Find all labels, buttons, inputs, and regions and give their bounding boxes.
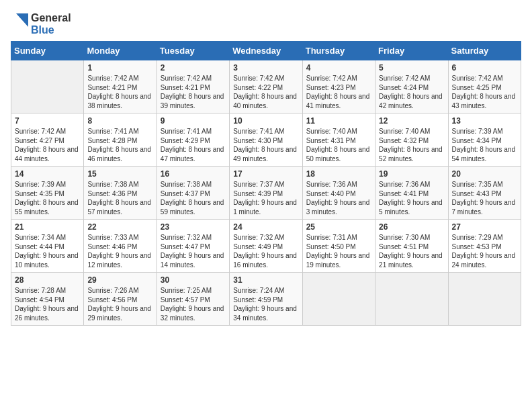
day-info: Sunrise: 7:42 AMSunset: 4:21 PMDaylight:… (161, 74, 226, 110)
svg-marker-0 (16, 13, 28, 27)
day-info: Sunrise: 7:41 AMSunset: 4:29 PMDaylight:… (161, 127, 226, 163)
day-info: Sunrise: 7:37 AMSunset: 4:39 PMDaylight:… (233, 180, 298, 216)
calendar-cell: 8Sunrise: 7:41 AMSunset: 4:28 PMDaylight… (84, 113, 157, 167)
week-row-2: 7Sunrise: 7:42 AMSunset: 4:27 PMDaylight… (11, 113, 521, 167)
logo-triangle-icon (16, 13, 28, 35)
day-number: 7 (15, 116, 80, 126)
calendar-cell: 21Sunrise: 7:34 AMSunset: 4:44 PMDayligh… (11, 220, 84, 273)
week-row-3: 14Sunrise: 7:39 AMSunset: 4:35 PMDayligh… (11, 167, 521, 220)
calendar-cell: 7Sunrise: 7:42 AMSunset: 4:27 PMDaylight… (11, 113, 84, 167)
day-info: Sunrise: 7:26 AMSunset: 4:56 PMDaylight:… (87, 286, 152, 322)
logo-blue-text: Blue (31, 24, 71, 36)
day-info: Sunrise: 7:33 AMSunset: 4:46 PMDaylight:… (87, 233, 152, 269)
day-number: 17 (233, 169, 298, 179)
calendar-cell: 3Sunrise: 7:42 AMSunset: 4:22 PMDaylight… (230, 60, 302, 113)
calendar-cell: 5Sunrise: 7:42 AMSunset: 4:24 PMDaylight… (375, 60, 448, 113)
calendar-cell (375, 273, 448, 326)
calendar-cell: 23Sunrise: 7:32 AMSunset: 4:47 PMDayligh… (157, 220, 229, 273)
day-info: Sunrise: 7:35 AMSunset: 4:43 PMDaylight:… (452, 180, 517, 216)
calendar-cell: 17Sunrise: 7:37 AMSunset: 4:39 PMDayligh… (230, 167, 302, 220)
day-number: 19 (379, 169, 444, 179)
calendar-cell: 26Sunrise: 7:30 AMSunset: 4:51 PMDayligh… (375, 220, 448, 273)
calendar-cell: 22Sunrise: 7:33 AMSunset: 4:46 PMDayligh… (84, 220, 157, 273)
day-info: Sunrise: 7:28 AMSunset: 4:54 PMDaylight:… (15, 286, 80, 322)
day-number: 4 (306, 63, 371, 73)
day-number: 18 (306, 169, 371, 179)
day-number: 8 (87, 116, 152, 126)
day-info: Sunrise: 7:31 AMSunset: 4:50 PMDaylight:… (306, 233, 371, 269)
week-row-5: 28Sunrise: 7:28 AMSunset: 4:54 PMDayligh… (11, 273, 521, 326)
day-info: Sunrise: 7:41 AMSunset: 4:28 PMDaylight:… (87, 127, 152, 163)
day-number: 14 (15, 169, 80, 179)
calendar-cell: 14Sunrise: 7:39 AMSunset: 4:35 PMDayligh… (11, 167, 84, 220)
calendar-cell: 11Sunrise: 7:40 AMSunset: 4:31 PMDayligh… (302, 113, 375, 167)
day-number: 21 (15, 222, 80, 232)
day-info: Sunrise: 7:32 AMSunset: 4:49 PMDaylight:… (233, 233, 298, 269)
day-info: Sunrise: 7:38 AMSunset: 4:37 PMDaylight:… (161, 180, 226, 216)
day-number: 20 (452, 169, 517, 179)
header: General Blue (0, 0, 532, 41)
day-info: Sunrise: 7:39 AMSunset: 4:34 PMDaylight:… (452, 127, 517, 163)
calendar-cell: 10Sunrise: 7:41 AMSunset: 4:30 PMDayligh… (230, 113, 302, 167)
calendar-cell: 9Sunrise: 7:41 AMSunset: 4:29 PMDaylight… (157, 113, 229, 167)
day-info: Sunrise: 7:42 AMSunset: 4:27 PMDaylight:… (15, 127, 80, 163)
day-number: 11 (306, 116, 371, 126)
day-info: Sunrise: 7:40 AMSunset: 4:32 PMDaylight:… (379, 127, 444, 163)
weekday-header-row: SundayMondayTuesdayWednesdayThursdayFrid… (11, 42, 521, 60)
day-info: Sunrise: 7:42 AMSunset: 4:22 PMDaylight:… (233, 74, 298, 110)
calendar-cell: 13Sunrise: 7:39 AMSunset: 4:34 PMDayligh… (448, 113, 521, 167)
weekday-header-monday: Monday (84, 42, 157, 60)
day-info: Sunrise: 7:42 AMSunset: 4:24 PMDaylight:… (379, 74, 444, 110)
calendar-cell: 30Sunrise: 7:25 AMSunset: 4:57 PMDayligh… (157, 273, 229, 326)
day-info: Sunrise: 7:40 AMSunset: 4:31 PMDaylight:… (306, 127, 371, 163)
calendar-cell: 6Sunrise: 7:42 AMSunset: 4:25 PMDaylight… (448, 60, 521, 113)
day-number: 25 (306, 222, 371, 232)
day-number: 31 (233, 275, 298, 285)
day-info: Sunrise: 7:30 AMSunset: 4:51 PMDaylight:… (379, 233, 444, 269)
calendar-cell: 24Sunrise: 7:32 AMSunset: 4:49 PMDayligh… (230, 220, 302, 273)
calendar-cell: 16Sunrise: 7:38 AMSunset: 4:37 PMDayligh… (157, 167, 229, 220)
day-number: 13 (452, 116, 517, 126)
calendar-cell (448, 273, 521, 326)
day-info: Sunrise: 7:29 AMSunset: 4:53 PMDaylight:… (452, 233, 517, 269)
day-number: 30 (161, 275, 226, 285)
weekday-header-thursday: Thursday (302, 42, 375, 60)
day-number: 24 (233, 222, 298, 232)
page: General Blue SundayMondayTuesdayWednesda… (0, 0, 532, 411)
day-number: 26 (379, 222, 444, 232)
week-row-1: 1Sunrise: 7:42 AMSunset: 4:21 PMDaylight… (11, 60, 521, 113)
day-info: Sunrise: 7:42 AMSunset: 4:25 PMDaylight:… (452, 74, 517, 110)
day-info: Sunrise: 7:38 AMSunset: 4:36 PMDaylight:… (87, 180, 152, 216)
calendar-cell: 15Sunrise: 7:38 AMSunset: 4:36 PMDayligh… (84, 167, 157, 220)
day-number: 29 (87, 275, 152, 285)
calendar-cell: 31Sunrise: 7:24 AMSunset: 4:59 PMDayligh… (230, 273, 302, 326)
calendar-cell: 12Sunrise: 7:40 AMSunset: 4:32 PMDayligh… (375, 113, 448, 167)
day-info: Sunrise: 7:24 AMSunset: 4:59 PMDaylight:… (233, 286, 298, 322)
day-info: Sunrise: 7:42 AMSunset: 4:23 PMDaylight:… (306, 74, 371, 110)
day-number: 2 (161, 63, 226, 73)
calendar-cell (11, 60, 84, 113)
day-number: 23 (161, 222, 226, 232)
day-info: Sunrise: 7:34 AMSunset: 4:44 PMDaylight:… (15, 233, 80, 269)
calendar-cell: 1Sunrise: 7:42 AMSunset: 4:21 PMDaylight… (84, 60, 157, 113)
day-info: Sunrise: 7:42 AMSunset: 4:21 PMDaylight:… (87, 74, 152, 110)
calendar-cell: 25Sunrise: 7:31 AMSunset: 4:50 PMDayligh… (302, 220, 375, 273)
calendar-cell: 18Sunrise: 7:36 AMSunset: 4:40 PMDayligh… (302, 167, 375, 220)
day-info: Sunrise: 7:39 AMSunset: 4:35 PMDaylight:… (15, 180, 80, 216)
logo-text: General Blue (31, 12, 71, 36)
day-number: 15 (87, 169, 152, 179)
weekday-header-wednesday: Wednesday (230, 42, 302, 60)
calendar-cell: 28Sunrise: 7:28 AMSunset: 4:54 PMDayligh… (11, 273, 84, 326)
day-number: 10 (233, 116, 298, 126)
calendar-cell: 2Sunrise: 7:42 AMSunset: 4:21 PMDaylight… (157, 60, 229, 113)
calendar-cell: 4Sunrise: 7:42 AMSunset: 4:23 PMDaylight… (302, 60, 375, 113)
calendar-cell: 29Sunrise: 7:26 AMSunset: 4:56 PMDayligh… (84, 273, 157, 326)
day-number: 28 (15, 275, 80, 285)
day-number: 6 (452, 63, 517, 73)
calendar-table: SundayMondayTuesdayWednesdayThursdayFrid… (11, 41, 521, 326)
day-info: Sunrise: 7:36 AMSunset: 4:41 PMDaylight:… (379, 180, 444, 216)
day-info: Sunrise: 7:32 AMSunset: 4:47 PMDaylight:… (161, 233, 226, 269)
day-number: 12 (379, 116, 444, 126)
weekday-header-tuesday: Tuesday (157, 42, 229, 60)
week-row-4: 21Sunrise: 7:34 AMSunset: 4:44 PMDayligh… (11, 220, 521, 273)
